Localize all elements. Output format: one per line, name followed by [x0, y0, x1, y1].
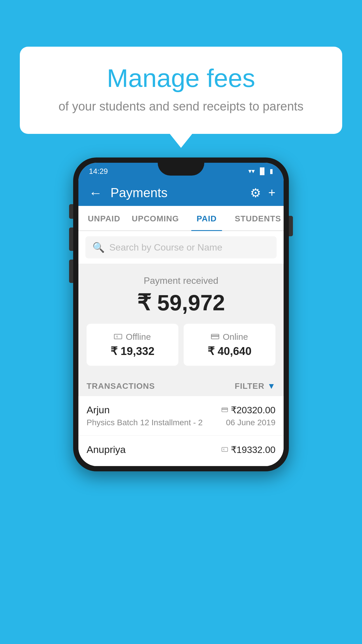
svg-rect-5 — [222, 409, 228, 410]
tab-paid[interactable]: PAID — [181, 206, 232, 230]
status-icons: ▾▾ ▐▌ ▮ — [248, 167, 273, 175]
offline-card-header: ₹ Offline — [92, 332, 173, 342]
offline-card: ₹ Offline ₹ 19,332 — [87, 324, 178, 366]
transaction-top-arjun: Arjun ₹20320.00 — [87, 404, 275, 416]
tabs: UNPAID UPCOMING PAID STUDENTS — [78, 206, 284, 231]
phone-screen: 14:29 ▾▾ ▐▌ ▮ ← Payments ⚙ + — [78, 163, 284, 466]
phone-side-button-left-3 — [69, 260, 73, 283]
transactions-header: TRANSACTIONS FILTER ▼ — [78, 374, 284, 396]
tab-upcoming[interactable]: UPCOMING — [130, 206, 181, 230]
transaction-amount-anupriya: ₹19332.00 — [231, 444, 275, 455]
filter-row[interactable]: FILTER ▼ — [235, 382, 275, 391]
online-card-header: Online — [189, 332, 270, 342]
header-title: Payments — [110, 186, 244, 200]
transaction-list: Arjun ₹20320.00 Physics — [78, 396, 284, 466]
transaction-row[interactable]: Arjun ₹20320.00 Physics — [78, 396, 284, 436]
offline-amount: ₹ 19,332 — [92, 345, 173, 358]
payment-cards: ₹ Offline ₹ 19,332 — [87, 324, 275, 366]
svg-rect-6 — [222, 447, 228, 452]
online-icon — [211, 332, 219, 342]
phone-side-button-left-1 — [69, 204, 73, 219]
bubble-subtitle: of your students and send receipts to pa… — [34, 99, 328, 113]
bubble-title: Manage fees — [34, 64, 328, 92]
tab-unpaid[interactable]: UNPAID — [78, 206, 130, 230]
transaction-row-anupriya[interactable]: Anupriya ₹ ₹19332.00 — [78, 436, 284, 466]
phone-side-button-right — [289, 216, 293, 236]
notch — [158, 163, 204, 176]
transaction-detail-arjun: Physics Batch 12 Installment - 2 — [87, 418, 203, 427]
speech-bubble: Manage fees of your students and send re… — [20, 47, 342, 134]
speech-bubble-container: Manage fees of your students and send re… — [20, 47, 342, 134]
search-container: 🔍 Search by Course or Name — [78, 231, 284, 264]
search-icon: 🔍 — [92, 242, 105, 253]
transactions-label: TRANSACTIONS — [87, 382, 155, 391]
offline-type: Offline — [126, 332, 151, 342]
transaction-name-arjun: Arjun — [87, 404, 110, 416]
tab-students[interactable]: STUDENTS — [232, 206, 284, 230]
signal-icon: ▐▌ — [258, 167, 267, 175]
status-time: 14:29 — [89, 167, 108, 176]
settings-icon[interactable]: ⚙ — [250, 186, 261, 200]
add-icon[interactable]: + — [268, 186, 275, 200]
status-bar: 14:29 ▾▾ ▐▌ ▮ — [78, 163, 284, 180]
payment-label: Payment received — [87, 275, 275, 286]
transaction-bottom-arjun: Physics Batch 12 Installment - 2 06 June… — [87, 418, 275, 427]
svg-rect-3 — [211, 335, 219, 337]
svg-text:₹: ₹ — [223, 448, 225, 451]
battery-icon: ▮ — [270, 167, 273, 175]
phone-mockup: 14:29 ▾▾ ▐▌ ▮ ← Payments ⚙ + — [73, 158, 289, 471]
transaction-amount-row-anupriya: ₹ ₹19332.00 — [222, 444, 275, 455]
back-button[interactable]: ← — [87, 183, 105, 203]
online-card: Online ₹ 40,640 — [184, 324, 275, 366]
offline-icon: ₹ — [114, 332, 122, 342]
online-type: Online — [223, 332, 248, 342]
online-amount: ₹ 40,640 — [189, 345, 270, 358]
search-bar[interactable]: 🔍 Search by Course or Name — [85, 236, 277, 258]
transaction-payment-icon-arjun — [222, 405, 228, 414]
transaction-amount-row-arjun: ₹20320.00 — [222, 405, 275, 416]
phone-outer: 14:29 ▾▾ ▐▌ ▮ ← Payments ⚙ + — [73, 158, 289, 471]
wifi-icon: ▾▾ — [248, 167, 255, 175]
filter-label: FILTER — [235, 382, 264, 391]
phone-side-button-left-2 — [69, 228, 73, 251]
transaction-date-arjun: 06 June 2019 — [226, 418, 275, 427]
svg-rect-4 — [222, 408, 228, 412]
transaction-top-anupriya: Anupriya ₹ ₹19332.00 — [87, 444, 275, 455]
search-input[interactable]: Search by Course or Name — [109, 242, 222, 253]
transaction-name-anupriya: Anupriya — [87, 444, 126, 455]
payment-summary: Payment received ₹ 59,972 ₹ — [78, 264, 284, 374]
svg-rect-0 — [114, 334, 122, 339]
header-actions: ⚙ + — [250, 186, 275, 200]
app-header: ← Payments ⚙ + — [78, 180, 284, 206]
transaction-payment-icon-anupriya: ₹ — [222, 445, 228, 454]
filter-icon: ▼ — [267, 382, 275, 391]
svg-text:₹: ₹ — [116, 335, 118, 339]
payment-amount: ₹ 59,972 — [87, 290, 275, 316]
transaction-amount-arjun: ₹20320.00 — [231, 405, 275, 416]
